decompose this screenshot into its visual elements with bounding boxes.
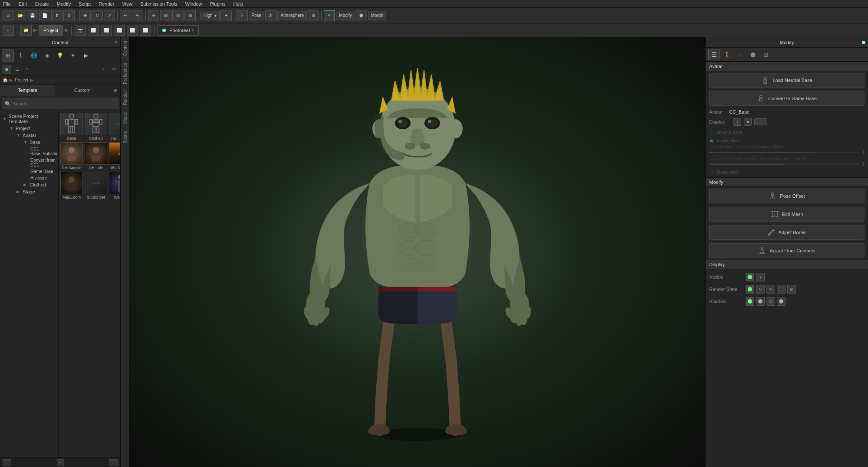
load-neutral-base-button[interactable]: Load Neutral Base <box>709 73 865 88</box>
menu-submission-tools[interactable]: Submission Tools <box>139 1 178 7</box>
side-tab-preference[interactable]: Preference <box>122 59 129 88</box>
scale-button[interactable]: ⤢ <box>104 10 115 21</box>
snap-button[interactable]: ⊟ <box>172 10 184 21</box>
undo-button[interactable]: ↩ <box>120 10 131 21</box>
breadcrumb-home-icon[interactable]: 🏠 <box>3 78 8 82</box>
grid-item-masroom[interactable]: Mas...oom <box>60 172 83 199</box>
breadcrumb-project[interactable]: Project <box>15 78 28 82</box>
search-input[interactable] <box>13 101 115 106</box>
rotate-button[interactable]: ↻ <box>92 10 103 21</box>
visible-dropdown-btn[interactable]: ▾ <box>756 273 765 281</box>
shadow-grey-btn[interactable] <box>766 297 775 306</box>
settings-extra-btn[interactable]: ⚙ <box>308 10 319 21</box>
convert-to-game-base-button[interactable]: Convert to Game Base <box>709 91 865 106</box>
shadow-green-btn[interactable] <box>746 297 754 306</box>
modify-tab-grid[interactable]: ⊞ <box>760 49 772 60</box>
display-add-btn[interactable]: + <box>733 118 741 126</box>
tree-item-convert[interactable]: Convert from CC1 <box>0 157 58 168</box>
tree-item-hivewire[interactable]: Hivewire <box>0 175 58 181</box>
grid-button[interactable]: ⊞ <box>184 10 196 21</box>
shadow-white-btn[interactable] <box>756 297 765 306</box>
quality-dropdown[interactable]: High ▾ <box>201 11 220 20</box>
menu-create[interactable]: Create <box>33 1 50 7</box>
side-tab-scene[interactable]: Scene <box>122 127 129 147</box>
tree-item-gamebase[interactable]: Game Base <box>0 168 58 175</box>
grid-item-ibl[interactable]: IBL IBL Sunset <box>109 142 120 170</box>
grid-item-iray[interactable]: scene Iray...mized <box>109 113 120 140</box>
modify-dropdown[interactable]: Modify <box>336 11 355 20</box>
shadow-white2-btn[interactable] <box>777 297 786 306</box>
near-slider[interactable] <box>709 152 859 153</box>
menu-edit[interactable]: Edit <box>17 1 28 7</box>
side-tab-visual[interactable]: Visual <box>122 109 129 127</box>
left-bottom-right[interactable]: → <box>109 459 118 466</box>
view-btn-sq3[interactable]: ⬜ <box>114 25 125 36</box>
tree-item-clothed[interactable]: ▶ Clothed <box>0 181 58 188</box>
grid-item-base[interactable]: Base <box>60 113 83 140</box>
grid-item-studio[interactable]: studio Studio Set <box>85 172 107 199</box>
display-dropdown-btn[interactable]: ▾ <box>744 118 752 126</box>
view-btn-sq5[interactable]: ⬜ <box>140 25 151 36</box>
morph-dropdown[interactable]: Morph <box>368 11 386 20</box>
side-tab-content[interactable]: Content <box>122 37 129 59</box>
modify-mode-btn[interactable]: ✏ <box>324 10 335 21</box>
save-button[interactable]: 💾 <box>27 10 38 21</box>
modify-tab-morph[interactable]: ⬟ <box>747 49 759 60</box>
render-state-refresh-btn[interactable]: ↻ <box>756 285 765 294</box>
tessellation2-radio[interactable] <box>709 170 713 175</box>
smooth-base-radio[interactable] <box>709 131 713 135</box>
grid-item-warrior[interactable]: Warrior <box>109 172 120 199</box>
tree-item-project[interactable]: ▼ Project <box>0 125 58 132</box>
view-btn-sq[interactable]: ⬜ <box>88 25 99 36</box>
render-state-grid-btn[interactable]: ⊞ <box>787 285 796 294</box>
render-state-green-btn[interactable] <box>746 285 754 294</box>
atmosphere-button[interactable]: Atmosphere <box>277 11 307 20</box>
export-button[interactable]: ⬆ <box>51 10 62 21</box>
redo-button[interactable]: ↪ <box>132 10 143 21</box>
tab-template[interactable]: Template <box>0 85 55 96</box>
grid-item-dhale[interactable]: DH...ale <box>85 142 107 170</box>
left-bottom-left[interactable]: ← <box>3 459 11 466</box>
tree-item-scene-project[interactable]: ▼ Scene Project Template <box>0 113 58 125</box>
modify-tab-settings[interactable]: ☰ <box>708 49 720 60</box>
tree-item-cc1base[interactable]: CC1 Base_Substance <box>0 146 58 157</box>
edit-mesh-button[interactable]: Edit Mesh <box>709 207 865 222</box>
content-panel-close[interactable]: ✕ <box>114 39 118 45</box>
pose-button[interactable]: Pose <box>249 11 265 20</box>
material-icon[interactable]: ◈ <box>41 49 53 62</box>
import-button[interactable]: ⬇ <box>63 10 75 21</box>
view-btn-sq2[interactable]: ⬜ <box>101 25 112 36</box>
grid-item-clothed[interactable]: Clothed <box>85 113 107 140</box>
add-content-btn[interactable]: + <box>57 459 64 466</box>
save-as-button[interactable]: 📄 <box>39 10 50 21</box>
folder-icon-btn[interactable]: 📁 <box>20 25 32 36</box>
menu-modify[interactable]: Modify <box>56 1 72 7</box>
photoreal-tab[interactable]: Photoreal ▾ <box>158 25 199 36</box>
back-btn[interactable]: ← <box>3 25 14 36</box>
new-button[interactable]: 🗋 <box>3 10 14 21</box>
menu-view[interactable]: View <box>121 1 134 7</box>
grid-item-dhsample[interactable]: DH Sample <box>60 142 83 170</box>
tabs-options-icon[interactable]: ⊕ <box>110 85 120 96</box>
scene-icon[interactable]: 🌐 <box>28 49 40 62</box>
menu-render[interactable]: Render <box>97 1 115 7</box>
menu-script[interactable]: Script <box>77 1 92 7</box>
figure-icon[interactable]: 🚶 <box>237 10 248 21</box>
tree-item-avatar[interactable]: ▼ Avatar <box>0 132 58 139</box>
morph-mode-btn[interactable]: ⬟ <box>356 10 367 21</box>
small-thumb-btn[interactable]: ■ <box>2 65 11 74</box>
tree-item-base[interactable]: ▼ Base <box>0 139 58 146</box>
move-button[interactable]: ✛ <box>148 10 159 21</box>
align-button[interactable]: ⊞ <box>160 10 171 21</box>
menu-file[interactable]: File <box>2 1 12 7</box>
visible-green-btn[interactable] <box>746 273 754 281</box>
light-icon[interactable]: 💡 <box>54 49 66 62</box>
render-state-expand-btn[interactable]: ⛶ <box>777 285 786 294</box>
transform-button[interactable]: ✥ <box>79 10 91 21</box>
list-btn[interactable]: ☰ <box>12 65 22 74</box>
project-tab[interactable]: Project <box>39 25 63 36</box>
motion-icon[interactable]: ▶ <box>80 49 92 62</box>
menu-window[interactable]: Window <box>184 1 203 7</box>
open-button[interactable]: 📂 <box>15 10 26 21</box>
menu-plugins[interactable]: Plugins <box>209 1 227 7</box>
